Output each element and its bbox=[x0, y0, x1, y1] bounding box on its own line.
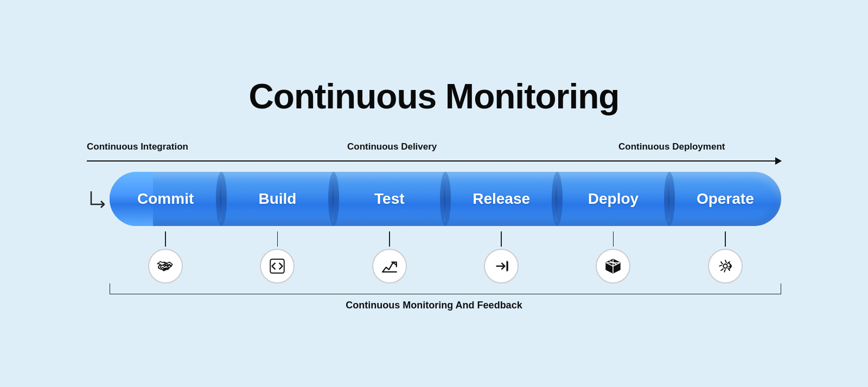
icon-commit bbox=[148, 249, 183, 283]
direction-arrow bbox=[87, 160, 781, 162]
icon-build bbox=[260, 249, 295, 283]
segment-commit-label: Commit bbox=[137, 190, 194, 208]
phase-label-ci: Continuous Integration bbox=[87, 141, 188, 152]
segment-build: Build bbox=[221, 172, 333, 226]
page-title: Continuous Monitoring bbox=[249, 76, 620, 117]
phase-label-cd: Continuous Delivery bbox=[347, 141, 437, 152]
svg-rect-3 bbox=[507, 261, 508, 270]
release-icon bbox=[492, 257, 510, 275]
icon-col-commit bbox=[110, 231, 221, 283]
test-icon bbox=[380, 257, 399, 275]
segment-operate: Operate bbox=[669, 172, 781, 226]
input-arrow-icon bbox=[87, 189, 106, 209]
pipeline-container: Commit Build Test Release Deploy Operate bbox=[43, 172, 825, 226]
icons-row bbox=[43, 231, 825, 283]
input-arrow bbox=[87, 189, 106, 209]
icon-operate bbox=[708, 249, 743, 283]
feedback-label: Continuous Monitoring And Feedback bbox=[43, 300, 825, 311]
arrow-row bbox=[43, 154, 825, 167]
code-icon bbox=[268, 257, 286, 275]
segment-deploy: Deploy bbox=[557, 172, 669, 226]
segment-commit: Commit bbox=[110, 172, 221, 226]
icon-col-deploy bbox=[557, 231, 669, 283]
operate-icon bbox=[716, 257, 735, 275]
icon-col-operate bbox=[669, 231, 781, 283]
segment-test: Test bbox=[334, 172, 445, 226]
segment-release: Release bbox=[445, 172, 557, 226]
icon-col-build bbox=[221, 231, 333, 283]
pipeline-tube: Commit Build Test Release Deploy Operate bbox=[110, 172, 781, 226]
icon-release bbox=[484, 249, 519, 283]
phase-labels: Continuous Integration Continuous Delive… bbox=[43, 133, 825, 152]
svg-point-8 bbox=[723, 264, 727, 268]
segment-release-label: Release bbox=[473, 190, 530, 208]
diagram-wrapper: Continuous Integration Continuous Delive… bbox=[43, 133, 825, 311]
segment-deploy-label: Deploy bbox=[588, 190, 639, 208]
icon-test bbox=[372, 249, 407, 283]
deploy-icon bbox=[604, 257, 622, 275]
icon-deploy bbox=[596, 249, 630, 283]
icon-col-test bbox=[334, 231, 445, 283]
icon-col-release bbox=[445, 231, 557, 283]
phase-label-cdeploy: Continuous Deployment bbox=[618, 141, 725, 152]
segment-operate-label: Operate bbox=[697, 190, 754, 208]
handshake-icon bbox=[156, 257, 175, 275]
feedback-bracket bbox=[110, 283, 781, 294]
segment-test-label: Test bbox=[374, 190, 405, 208]
segment-build-label: Build bbox=[258, 190, 296, 208]
